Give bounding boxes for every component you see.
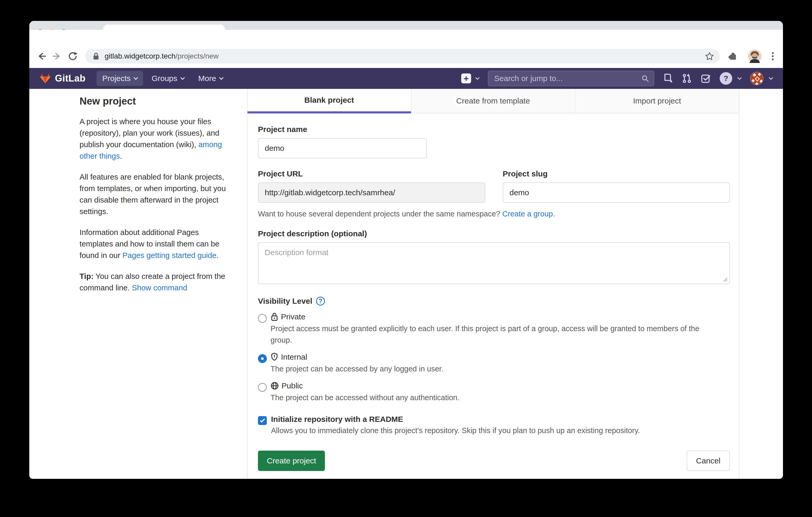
plus-icon: + [461, 73, 471, 83]
browser-window: New Project · GitLab × + gitlab.widgetc [29, 21, 783, 479]
project-url-label: Project URL [258, 170, 485, 178]
create-project-button[interactable]: Create project [258, 451, 325, 471]
chevron-down-icon [219, 75, 224, 80]
show-command-link[interactable]: Show command [132, 283, 187, 292]
blank-project-form: Project name Project URL Project slug Wa… [248, 114, 739, 479]
back-button[interactable] [33, 52, 49, 61]
tab-create-from-template[interactable]: Create from template [411, 89, 575, 114]
sidebar-tip: Tip: You can also create a project from … [80, 271, 231, 294]
cancel-button[interactable]: Cancel [687, 451, 730, 471]
project-name-input[interactable] [258, 138, 427, 158]
chevron-down-icon [134, 75, 138, 80]
lock-icon [270, 312, 278, 321]
visibility-level-label: Visibility Level [258, 297, 312, 306]
visibility-internal-desc: The project can be accessed by any logge… [270, 363, 443, 374]
project-description-textarea[interactable] [258, 242, 730, 284]
chevron-down-icon [737, 75, 742, 80]
shield-icon [270, 353, 278, 362]
namespace-hint: Want to house several dependent projects… [258, 210, 730, 218]
new-menu-button[interactable]: + [461, 73, 479, 83]
desktop-background: New Project · GitLab × + gitlab.widgetc [0, 0, 812, 517]
issues-icon[interactable] [663, 73, 673, 84]
search-input[interactable] [494, 74, 641, 83]
new-project-sidebar: New project A project is where you house… [80, 96, 231, 303]
url-text: gitlab.widgetcorp.tech/projects/new [105, 52, 704, 60]
project-slug-input[interactable] [503, 182, 730, 203]
visibility-option-public[interactable]: Public The project can be accessed witho… [258, 381, 730, 403]
project-url-input[interactable] [258, 182, 485, 203]
url-path: /projects/new [176, 52, 219, 60]
visibility-public-desc: The project can be accessed without any … [270, 392, 459, 403]
project-description-label: Project description (optional) [258, 229, 730, 238]
chevron-down-icon [475, 75, 480, 80]
user-menu[interactable] [750, 71, 773, 85]
radio-internal[interactable] [258, 354, 267, 363]
global-search[interactable] [488, 70, 654, 86]
globe-icon [270, 382, 279, 390]
project-type-tabs: Blank project Create from template Impor… [248, 89, 739, 114]
bookmark-star-icon[interactable] [704, 51, 715, 61]
browser-toolbar: gitlab.widgetcorp.tech/projects/new [29, 30, 783, 68]
forward-button[interactable] [49, 52, 65, 61]
radio-private[interactable] [258, 314, 267, 323]
reload-button[interactable] [65, 51, 81, 61]
page-content: New project A project is where you house… [29, 89, 783, 479]
sidebar-paragraph-1: A project is where you house your files … [80, 116, 231, 162]
visibility-help-icon[interactable]: ? [316, 297, 325, 306]
extensions-puzzle-icon[interactable] [727, 51, 738, 62]
chevron-down-icon [180, 75, 185, 80]
visibility-private-label: Private [281, 312, 305, 321]
https-lock-icon [93, 52, 99, 60]
help-icon: ? [720, 72, 732, 85]
readme-desc: Allows you to immediately clone this pro… [271, 426, 640, 435]
sidebar-paragraph-2: All features are enabled for blank proje… [80, 171, 231, 217]
new-project-panel: Blank project Create from template Impor… [247, 89, 739, 479]
user-avatar [750, 71, 763, 85]
search-icon [641, 74, 649, 82]
visibility-public-label: Public [282, 381, 303, 390]
nav-more[interactable]: More [193, 71, 229, 86]
visibility-internal-label: Internal [281, 353, 307, 362]
visibility-option-private[interactable]: Private Project access must be granted e… [258, 312, 730, 346]
navbar-right: + [461, 70, 773, 86]
url-host: gitlab.widgetcorp.tech [105, 52, 176, 60]
merge-requests-icon[interactable] [682, 73, 692, 84]
navbar-menu: Projects Groups More [96, 71, 229, 86]
browser-actions [727, 50, 775, 63]
tab-import-project[interactable]: Import project [575, 89, 739, 114]
create-group-link[interactable]: Create a group. [502, 210, 555, 218]
gitlab-navbar: GitLab Projects Groups More + [29, 68, 783, 89]
nav-projects[interactable]: Projects [96, 71, 143, 86]
gitlab-wordmark: GitLab [55, 73, 86, 84]
gitlab-logo[interactable]: GitLab [40, 73, 86, 84]
readme-label: Initialize repository with a README [271, 415, 640, 424]
browser-profile-avatar[interactable] [748, 50, 761, 63]
tab-blank-project[interactable]: Blank project [248, 89, 411, 114]
pages-guide-link[interactable]: Pages getting started guide [122, 251, 216, 260]
chevron-down-icon [769, 75, 773, 80]
sidebar-paragraph-3: Information about additional Pages templ… [80, 226, 231, 261]
initialize-readme-row[interactable]: Initialize repository with a README Allo… [258, 415, 730, 435]
readme-checkbox[interactable] [258, 416, 267, 425]
project-name-label: Project name [258, 125, 730, 134]
visibility-option-internal[interactable]: Internal The project can be accessed by … [258, 353, 730, 374]
todos-icon[interactable] [701, 73, 711, 83]
gitlab-tanuki-icon [40, 73, 51, 84]
radio-public[interactable] [258, 383, 267, 392]
page-title: New project [80, 96, 231, 107]
nav-groups[interactable]: Groups [146, 71, 190, 86]
address-bar[interactable]: gitlab.widgetcorp.tech/projects/new [85, 49, 720, 63]
project-slug-label: Project slug [503, 170, 730, 178]
visibility-private-desc: Project access must be granted explicitl… [270, 323, 715, 346]
browser-menu-icon[interactable] [771, 51, 775, 61]
help-menu[interactable]: ? [720, 72, 741, 85]
